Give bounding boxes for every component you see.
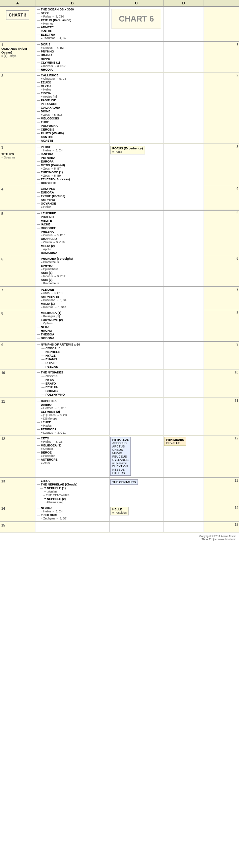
nessus: NESSUS <box>112 468 129 471</box>
entry-meliboea1: — MELIBOEA (1) = Pelasgus [m] <box>37 311 109 318</box>
entry-name: CROCALE <box>46 346 61 350</box>
entry-nymphs-artemis: — NYMPHS OF ARTEMIS x 60 <box>37 343 109 346</box>
col-a-11: 11 <box>0 398 35 435</box>
entry-name: RHODOPE <box>41 226 56 230</box>
row-1: 1 OCEANUS (River Ocean) = (1) Tethys — D… <box>0 41 239 73</box>
entry-name: MELITE <box>41 219 52 222</box>
dash: — <box>42 346 45 350</box>
dash: — <box>37 257 40 260</box>
col-e-header <box>204 0 239 6</box>
entry-text: TELESTO (Success) <box>41 178 109 181</box>
entry-name: MELIBOEA (2) <box>41 444 61 447</box>
col-a-12: 12 <box>0 436 35 477</box>
tethys-label: TETHYS <box>1 152 34 156</box>
dash: — <box>37 428 40 431</box>
entry-name: MELIBOEA (1) <box>41 311 61 315</box>
col-d-3 <box>163 144 204 186</box>
col-b-7: — PLEIONE = Atlas → 3, C13 — AMPHITRITE … <box>35 287 110 310</box>
dash: — <box>37 178 40 181</box>
entry-name: NEAIRA <box>41 506 53 510</box>
col-c-3: PORUS (Expediency) = Penia <box>110 144 163 186</box>
entry-name: ASIA (2) <box>41 278 53 282</box>
dash: — <box>37 99 40 102</box>
entry-chariclo: — CHARICLO = Chiron → 3, C16 <box>37 237 109 244</box>
entry-eq: = Ixion [m] <box>44 490 109 493</box>
col-a-7: 7 <box>0 287 35 310</box>
dash: — <box>37 343 40 346</box>
dash: — <box>37 237 40 241</box>
dash: — <box>37 152 40 156</box>
col-a-10: 10 <box>0 370 35 397</box>
entry-text: RHODIA <box>41 68 109 71</box>
col-c-7 <box>110 287 163 310</box>
col-d-4 <box>163 186 204 210</box>
entry-phaeno: — PHAENO <box>37 215 109 219</box>
entry-electra: — ELECTRA = Thaumas → 4, B7 <box>37 33 109 40</box>
dash: — <box>37 244 40 248</box>
entry-name: CALYPSO <box>41 187 55 190</box>
entry-name: CALLIRHOE <box>41 74 59 77</box>
entry-name: ACASTE <box>41 139 53 142</box>
entry-name: EPHYRA <box>41 264 54 268</box>
entry-eq: = Helios → 3, C4 <box>41 510 109 513</box>
helle-eq: = Poseidon <box>112 511 127 515</box>
entry-peitho: — PEITHO (Persuasion) = Hermes <box>37 19 109 25</box>
entry-name: ERATO <box>46 382 56 385</box>
entry-cerceis: — CERCEIS <box>37 128 109 131</box>
col-a-6: 6 <box>0 256 35 286</box>
col-c-10 <box>110 370 163 397</box>
petraeus: PETRAEUS <box>112 438 129 441</box>
entry-capheira: — CAPHEIRA <box>37 399 109 403</box>
perimedes: PERIMEDES <box>166 438 184 441</box>
oceanus-label: OCEANUS (River Ocean) <box>1 47 34 54</box>
dash: — <box>37 410 40 413</box>
dash: — <box>37 29 40 33</box>
entry-chloris: — ? CHLORIS = Zephyrus → 3, D7 <box>37 514 109 520</box>
entry-hagno: — HAGNO <box>37 329 109 332</box>
entry-text: MELITE <box>41 219 109 222</box>
entry-eq: = Zeus → 5, B7 <box>41 167 109 170</box>
entry-oceanids: — THE OCEANIDS x 3000 <box>37 8 109 11</box>
entry-text: THE NYSIADES <box>41 371 109 374</box>
dash: — <box>37 191 40 194</box>
entry-name: PEITHO (Persuasion) <box>41 19 72 22</box>
entry-text: STYX = Pallas → 3, C10 <box>41 11 109 18</box>
col-d-8 <box>163 310 204 341</box>
entry-name: NEDA <box>41 326 50 329</box>
entry-amphitrite: — AMPHITRITE = Poseidon → 5, B4 <box>37 295 109 302</box>
dash: — <box>37 212 40 215</box>
entry-zeuxo: — ZEUXO <box>37 81 109 84</box>
entry-eudora: — EUDORA <box>37 191 109 194</box>
col-b-14: — NEAIRA = Helios → 3, C4 — ? CHLORIS = … <box>35 505 110 521</box>
entry-text: DODONA <box>41 336 109 340</box>
entry-name: NYSA <box>46 378 54 381</box>
entry-name: CETO <box>41 437 49 440</box>
entry-text: PLEXAURE <box>41 102 109 106</box>
oceanus-sub: = (1) Tethys <box>1 54 34 58</box>
entry-bromis: — BROMIS <box>42 389 109 393</box>
dash: — <box>37 57 40 61</box>
entry-eq: = Ophion <box>41 322 109 325</box>
dash: — <box>40 487 43 490</box>
entry-name: STYX <box>41 11 49 15</box>
entry-name: TELESTO (Success) <box>41 178 70 181</box>
ureus: UREUS <box>112 448 129 452</box>
entry-clymene1: — CLYMENE (1) = Iapetus → 3, B12 <box>37 61 109 68</box>
entry-perse: — PERSE = Helios → 3, C4 <box>37 145 109 152</box>
porus-name: PORUS (Expediency) <box>112 147 143 150</box>
entry-name: AMPHIRO <box>41 198 55 202</box>
entry-melobosis: — MELOBOSIS <box>37 117 109 120</box>
entry-pleione: — PLEIONE = Atlas → 3, C13 <box>37 288 109 295</box>
entry-tyche: — TYCHE (Fortune) <box>37 194 109 198</box>
dash: — <box>42 385 45 389</box>
copyright-text: Copyright © 2011 Aaron Atsma <box>3 535 236 538</box>
col-c-8 <box>110 310 163 341</box>
entry-text: PRYMNO <box>41 50 109 53</box>
entry-eq: = Helios → 3, C4 <box>41 149 109 152</box>
row-number-1: 1 <box>1 43 34 47</box>
entry-name: AMPHITRITE <box>41 295 59 299</box>
col-b-10: — THE NYSIADES — CISSEIS — NYSA — ERATO <box>35 370 110 397</box>
col-d-header: D <box>163 0 204 6</box>
entry-callirhoe: — CALLIRHOE = Chrysaor → 5, C5 <box>37 74 109 81</box>
entry-text: LEUCE = Hades <box>41 421 109 427</box>
